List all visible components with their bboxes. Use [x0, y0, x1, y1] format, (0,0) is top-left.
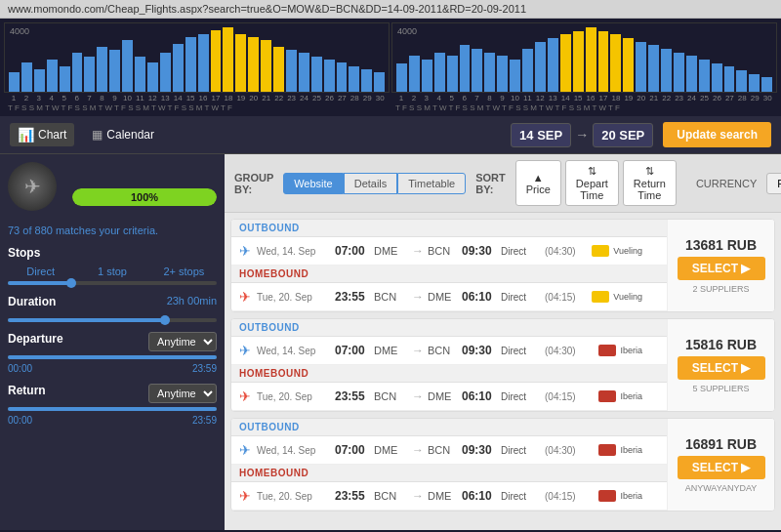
outbound-from-2: DME — [374, 444, 408, 456]
sort-return-button[interactable]: ⇅ Return Time — [623, 160, 677, 206]
homebound-plane-icon-0: ✈ — [239, 289, 251, 305]
card-content-0: OUTBOUND ✈ Wed, 14. Sep 07:00 DME → BCN … — [231, 220, 774, 311]
stops-slider[interactable] — [8, 281, 217, 285]
homebound-from-0: BCN — [374, 291, 408, 303]
url-text: www.momondo.com/Cheap_Flights.aspx?searc… — [8, 3, 526, 15]
departure-title: Departure — [8, 332, 63, 346]
select-button-2[interactable]: SELECT ▶ — [678, 456, 765, 479]
stops-slider-thumb[interactable] — [66, 278, 76, 288]
outbound-type-0: Direct — [501, 246, 545, 257]
flight-card: OUTBOUND ✈ Wed, 14. Sep 07:00 DME → BCN … — [230, 318, 775, 412]
stop-1[interactable]: 1 stop — [79, 266, 144, 277]
flight-card: OUTBOUND ✈ Wed, 14. Sep 07:00 DME → BCN … — [230, 219, 775, 312]
homebound-airline-0: Vueling — [584, 291, 642, 303]
bar-chart-1[interactable] — [4, 22, 390, 93]
outbound-dep-time-2: 07:00 — [335, 443, 374, 457]
stops-options: Direct 1 stop 2+ stops — [8, 266, 217, 277]
return-anytime-select[interactable]: Anytime — [148, 384, 217, 403]
currency-select[interactable]: RUB — [766, 173, 781, 194]
outbound-date-1: Wed, 14. Sep — [257, 346, 335, 356]
outbound-row-1: ✈ Wed, 14. Sep 07:00 DME → BCN 09:30 Dir… — [231, 337, 667, 365]
date-from[interactable]: 14 SEP — [511, 123, 571, 147]
select-button-0[interactable]: SELECT ▶ — [678, 257, 765, 280]
group-website-button[interactable]: Website — [283, 173, 344, 194]
outbound-to-1: BCN — [428, 345, 462, 356]
group-details-button[interactable]: Details — [344, 173, 398, 194]
price-value-2: 16891 RUB — [685, 436, 757, 452]
chart-section-1[interactable]: 4000 12345678910111213141516171819202122… — [4, 22, 390, 116]
outbound-header-0: OUTBOUND — [231, 220, 667, 237]
ret-from-time: 00:00 — [8, 415, 32, 426]
duration-slider[interactable] — [8, 318, 217, 322]
sort-price-button[interactable]: ▲ Price — [515, 160, 561, 206]
stop-direct[interactable]: Direct — [8, 266, 73, 277]
homebound-row-2: ✈ Tue, 20. Sep 23:55 BCN → DME 06:10 Dir… — [231, 482, 667, 511]
card-flights-1: OUTBOUND ✈ Wed, 14. Sep 07:00 DME → BCN … — [231, 319, 667, 411]
outbound-arr-time-0: 09:30 — [462, 244, 501, 258]
bar-chart-2[interactable] — [391, 22, 777, 93]
departure-anytime-select[interactable]: Anytime — [148, 332, 217, 351]
chart-label: Chart — [38, 128, 66, 142]
homebound-header-2: HOMEBOUND — [231, 465, 667, 482]
chart-icon: 📊 — [18, 127, 34, 143]
homebound-duration-0: (04:15) — [545, 292, 584, 303]
date-to[interactable]: 20 SEP — [593, 123, 653, 147]
homebound-to-1: DME — [428, 390, 462, 402]
outbound-airline-dot-2 — [598, 444, 616, 456]
chart-section-2[interactable]: 4000 12345678910111213141516171819202122… — [391, 22, 777, 116]
suppliers-text-2: ANYWAYANYDAY — [685, 483, 758, 493]
calendar-label: Calendar — [106, 128, 154, 142]
outbound-dep-time-0: 07:00 — [335, 244, 374, 258]
flight-cards: OUTBOUND ✈ Wed, 14. Sep 07:00 DME → BCN … — [225, 219, 781, 512]
homebound-plane-icon-1: ✈ — [239, 389, 251, 404]
chart1-y-label: 4000 — [10, 26, 29, 36]
flight-card: OUTBOUND ✈ Wed, 14. Sep 07:00 DME → BCN … — [230, 418, 775, 512]
progress-bar: 100% — [72, 188, 217, 206]
price-col-1: 15816 RUB SELECT ▶ 5 SUPPLIERS — [667, 319, 774, 411]
brand-logo: ✈ — [8, 162, 57, 211]
homebound-plane-icon-2: ✈ — [239, 488, 251, 504]
group-buttons: Website Details Timetable — [283, 173, 466, 194]
outbound-arrow-icon-0: → — [412, 244, 424, 258]
stop-2[interactable]: 2+ stops — [151, 266, 217, 277]
outbound-header-2: OUTBOUND — [231, 419, 667, 436]
return-slider[interactable] — [8, 407, 217, 411]
calendar-button[interactable]: ▦ Calendar — [84, 124, 162, 145]
outbound-arr-time-1: 09:30 — [462, 344, 501, 357]
group-timetable-button[interactable]: Timetable — [397, 173, 466, 194]
outbound-airline-1: Iberia — [584, 345, 642, 356]
homebound-header-0: HOMEBOUND — [231, 266, 667, 283]
outbound-to-2: BCN — [428, 444, 462, 456]
dep-from-time: 00:00 — [8, 363, 32, 374]
update-search-button[interactable]: Update search — [663, 122, 771, 147]
homebound-from-1: BCN — [374, 390, 408, 402]
duration-slider-thumb[interactable] — [160, 315, 170, 325]
card-flights-0: OUTBOUND ✈ Wed, 14. Sep 07:00 DME → BCN … — [231, 220, 667, 311]
homebound-date-2: Tue, 20. Sep — [257, 491, 335, 502]
departure-slider-fill — [8, 355, 217, 359]
outbound-type-1: Direct — [501, 346, 545, 356]
homebound-date-0: Tue, 20. Sep — [257, 292, 335, 303]
card-content-2: OUTBOUND ✈ Wed, 14. Sep 07:00 DME → BCN … — [231, 419, 774, 511]
homebound-row-0: ✈ Tue, 20. Sep 23:55 BCN → DME 06:10 Dir… — [231, 283, 667, 311]
suppliers-text-1: 5 SUPPLIERS — [692, 384, 749, 393]
sort-depart-button[interactable]: ⇅ Depart Time — [565, 160, 619, 206]
homebound-type-1: Direct — [501, 391, 545, 402]
outbound-row-0: ✈ Wed, 14. Sep 07:00 DME → BCN 09:30 Dir… — [231, 237, 667, 266]
chart-button[interactable]: 📊 Chart — [10, 123, 74, 146]
homebound-from-2: BCN — [374, 490, 408, 502]
homebound-arrow-icon-1: → — [412, 389, 424, 403]
departure-slider[interactable] — [8, 355, 217, 359]
duration-value: 23h 00min — [167, 295, 217, 314]
homebound-dep-time-1: 23:55 — [335, 389, 374, 403]
results-area: GROUP BY: Website Details Timetable SORT… — [225, 154, 781, 530]
duration-header: Duration 23h 00min — [8, 295, 217, 314]
outbound-date-0: Wed, 14. Sep — [257, 246, 335, 257]
outbound-to-0: BCN — [428, 245, 462, 257]
chart2-y-label: 4000 — [397, 26, 417, 36]
duration-filter: Duration 23h 00min — [8, 295, 217, 322]
homebound-arr-time-0: 06:10 — [462, 290, 501, 304]
homebound-airline-dot-2 — [598, 490, 616, 502]
ret-to-time: 23:59 — [192, 415, 217, 426]
select-button-1[interactable]: SELECT ▶ — [678, 356, 765, 380]
